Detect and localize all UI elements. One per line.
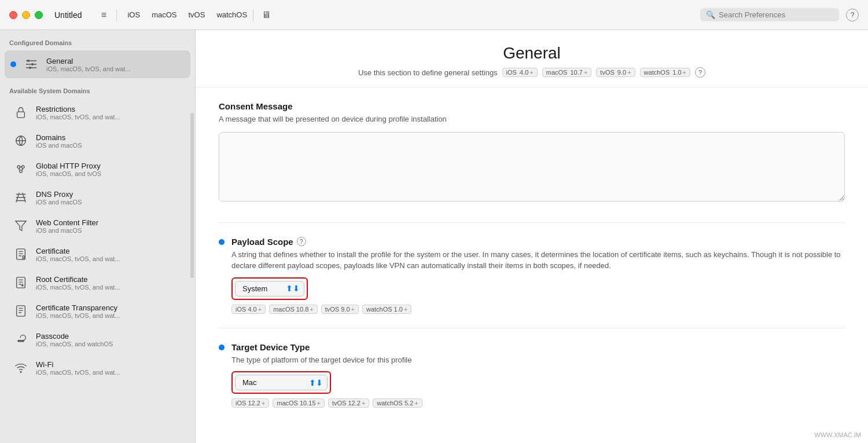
certtrans-text: Certificate Transparency iOS, macOS, tvO… — [36, 303, 120, 319]
titlebar-right: 🔍 ? — [700, 8, 859, 21]
dns-sub: iOS and macOS — [36, 199, 82, 206]
td-tvos-badge: tvOS 12.2+ — [328, 398, 369, 408]
td-macos-badge: macOS 10.15+ — [273, 398, 325, 408]
device-icon[interactable]: 🖥 — [258, 7, 274, 23]
platform-tabs: iOS macOS tvOS watchOS — [126, 8, 248, 21]
available-domains-header: Available System Domains — [0, 85, 195, 98]
proxy-text: Global HTTP Proxy iOS, macOS, and tvOS — [36, 162, 101, 177]
passcode-text: Passcode iOS, macOS, and watchOS — [36, 332, 113, 347]
content-header: General Use this section to define gener… — [196, 30, 868, 87]
consent-message-section: Consent Message A message that will be p… — [219, 101, 845, 204]
sidebar-item-restrictions[interactable]: Restrictions iOS, macOS, tvOS, and wat..… — [5, 98, 190, 126]
active-dot-indicator — [10, 61, 16, 67]
dns-text: DNS Proxy iOS and macOS — [36, 190, 82, 206]
target-device-dot — [219, 345, 225, 350]
consent-message-input[interactable] — [219, 132, 845, 202]
dns-name: DNS Proxy — [36, 190, 82, 199]
rootcert-name: Root Certificate — [36, 275, 120, 284]
sidebar-toggle-icon[interactable]: ≡ — [95, 7, 112, 23]
wifi-sub: iOS, macOS, tvOS, and wat... — [36, 369, 120, 376]
general-icon — [22, 55, 41, 74]
consent-message-label: Consent Message — [219, 101, 845, 111]
sidebar-item-wifi[interactable]: Wi-Fi iOS, macOS, tvOS, and wat... — [5, 354, 190, 382]
svg-rect-15 — [17, 306, 25, 316]
payload-scope-badges: iOS 4.0+ macOS 10.8+ tvOS 9.0+ watchOS 1… — [231, 305, 845, 314]
restrictions-text: Restrictions iOS, macOS, tvOS, and wat..… — [36, 105, 120, 120]
sidebar-item-certtrans[interactable]: Certificate Transparency iOS, macOS, tvO… — [5, 297, 190, 325]
sidebar-item-certificate[interactable]: Certificate iOS, macOS, tvOS, and wat... — [5, 240, 190, 268]
search-icon: 🔍 — [706, 10, 715, 19]
content-body: Consent Message A message that will be p… — [196, 87, 868, 431]
target-device-badges: iOS 12.2+ macOS 10.15+ tvOS 12.2+ watchO… — [231, 398, 845, 408]
proxy-sub: iOS, macOS, and tvOS — [36, 170, 101, 177]
certificate-sub: iOS, macOS, tvOS, and wat... — [36, 255, 120, 262]
platform-tab-watchos[interactable]: watchOS — [215, 8, 248, 21]
sidebar-item-rootcert[interactable]: Root Certificate iOS, macOS, tvOS, and w… — [5, 269, 190, 296]
svg-marker-11 — [16, 221, 26, 231]
search-bar[interactable]: 🔍 — [700, 8, 839, 21]
sidebar-item-general[interactable]: General iOS, macOS, tvOS, and wat... — [5, 50, 190, 78]
wifi-text: Wi-Fi iOS, macOS, tvOS, and wat... — [36, 360, 120, 376]
ps-watchos-badge: watchOS 1.0+ — [362, 305, 411, 314]
target-device-label: Target Device Type — [231, 342, 310, 352]
certtrans-sub: iOS, macOS, tvOS, and wat... — [36, 312, 120, 319]
domains-sub: iOS and macOS — [36, 142, 82, 149]
minimize-button[interactable] — [22, 11, 30, 19]
webfilter-text: Web Content Filter iOS and macOS — [36, 218, 98, 234]
payload-scope-help[interactable]: ? — [297, 237, 306, 246]
sidebar-scrollbar[interactable] — [190, 113, 194, 278]
wifi-name: Wi-Fi — [36, 360, 120, 369]
payload-scope-dot — [219, 239, 225, 245]
payload-scope-row: Payload Scope ? A string that defines wh… — [219, 237, 845, 314]
passcode-sub: iOS, macOS, and watchOS — [36, 341, 113, 347]
webfilter-name: Web Content Filter — [36, 218, 98, 227]
ps-tvos-badge: tvOS 9.0+ — [321, 305, 359, 314]
nav-separator — [116, 9, 117, 21]
help-button[interactable]: ? — [846, 9, 859, 21]
maximize-button[interactable] — [35, 11, 43, 19]
svg-point-19 — [20, 371, 21, 372]
consent-message-description: A message that will be presented on devi… — [219, 114, 845, 125]
sidebar-item-passcode[interactable]: Passcode iOS, macOS, and watchOS — [5, 325, 190, 353]
general-item-text: General iOS, macOS, tvOS, and wat... — [46, 57, 131, 72]
search-input[interactable] — [719, 10, 833, 19]
rootcert-icon — [12, 273, 30, 292]
svg-point-13 — [23, 256, 25, 258]
passcode-name: Passcode — [36, 332, 113, 341]
platform-tab-ios[interactable]: iOS — [126, 8, 141, 21]
subtitle-text: Use this section to define general setti… — [358, 68, 498, 77]
domains-text: Domains iOS and macOS — [36, 133, 82, 149]
sidebar-item-domains[interactable]: Domains iOS and macOS — [5, 127, 190, 155]
payload-scope-label-row: Payload Scope ? — [231, 237, 845, 247]
payload-scope-select[interactable]: System User — [235, 281, 304, 296]
target-device-content: Target Device Type The type of platform … — [231, 342, 845, 408]
sidebar-item-dns[interactable]: DNS Proxy iOS and macOS — [5, 184, 190, 211]
payload-scope-desc: A string that defines whether to install… — [231, 249, 845, 272]
platform-tab-macos[interactable]: macOS — [150, 8, 178, 21]
tvos-version-badge: tvOS 9.0+ — [596, 68, 635, 77]
dns-icon — [12, 188, 30, 207]
sidebar: Configured Domains General iOS, macOS, t… — [0, 30, 196, 443]
svg-point-3 — [27, 60, 30, 62]
payload-scope-select-wrapper: System User ⬆︎⬇︎ — [235, 281, 304, 296]
svg-point-8 — [17, 166, 20, 169]
svg-point-5 — [29, 67, 31, 69]
content-help-button[interactable]: ? — [695, 67, 705, 78]
svg-point-16 — [18, 340, 20, 342]
traffic-lights — [9, 11, 43, 19]
target-device-select[interactable]: Mac iPhone iPad AppleTV Watch — [235, 375, 328, 390]
close-button[interactable] — [9, 11, 17, 19]
target-device-label-row: Target Device Type — [231, 342, 845, 352]
window-title: Untitled — [54, 10, 82, 20]
sidebar-item-proxy[interactable]: Global HTTP Proxy iOS, macOS, and tvOS — [5, 155, 190, 183]
certificate-icon — [12, 245, 30, 263]
rootcert-sub: iOS, macOS, tvOS, and wat... — [36, 284, 120, 291]
platform-tab-tvos[interactable]: tvOS — [187, 8, 206, 21]
divider-2 — [219, 328, 845, 328]
svg-point-9 — [21, 166, 24, 169]
target-device-select-outline: Mac iPhone iPad AppleTV Watch ⬆︎⬇︎ — [231, 371, 331, 394]
restrictions-name: Restrictions — [36, 105, 120, 114]
sidebar-item-webfilter[interactable]: Web Content Filter iOS and macOS — [5, 212, 190, 240]
target-device-desc: The type of platform of the target devic… — [231, 354, 845, 366]
restrictions-icon — [12, 103, 30, 122]
